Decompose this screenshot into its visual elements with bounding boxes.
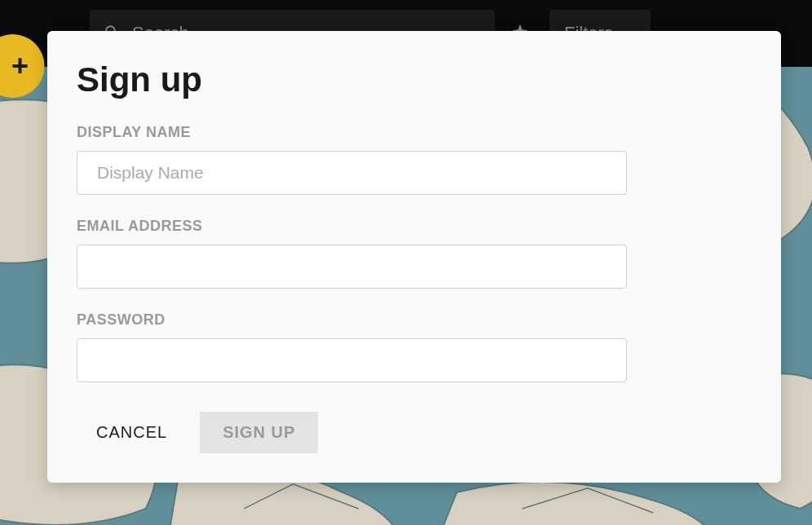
display-name-input[interactable]	[77, 151, 627, 195]
signup-modal: Sign up DISPLAY NAME EMAIL ADDRESS PASSW…	[47, 31, 781, 483]
password-input[interactable]	[77, 338, 627, 382]
display-name-label: DISPLAY NAME	[77, 124, 752, 141]
signup-button[interactable]: SIGN UP	[200, 412, 318, 453]
plus-icon: +	[11, 51, 29, 81]
password-group: PASSWORD	[77, 311, 752, 382]
cancel-button[interactable]: CANCEL	[96, 423, 167, 442]
modal-title: Sign up	[77, 60, 752, 99]
password-label: PASSWORD	[77, 311, 752, 329]
email-input[interactable]	[77, 245, 627, 289]
email-group: EMAIL ADDRESS	[77, 218, 752, 289]
email-label: EMAIL ADDRESS	[77, 218, 752, 235]
display-name-group: DISPLAY NAME	[77, 124, 752, 195]
button-row: CANCEL SIGN UP	[77, 412, 752, 453]
